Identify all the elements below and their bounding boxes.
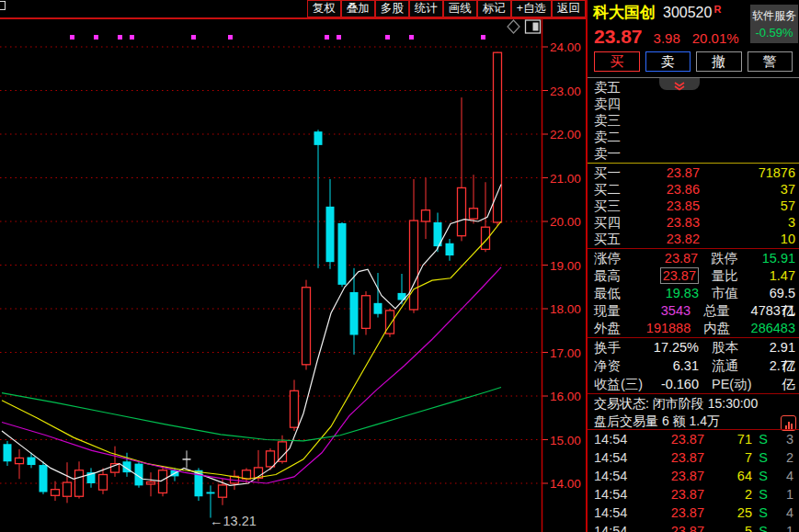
candle-body (63, 482, 72, 496)
price-change-percent: 20.01% (692, 30, 739, 46)
fundamental-value-text: -- (786, 377, 795, 391)
stat-value: 478371 (751, 302, 799, 320)
stat-value-text: 191888 (646, 321, 691, 335)
tick-time: 14:54 (594, 504, 638, 522)
stat-value: 1.47 (763, 267, 799, 285)
sell-level-label: 卖二 (594, 129, 634, 145)
signal-dot (409, 35, 414, 40)
stat-label: 最高 (594, 267, 651, 285)
fundamental-value-text: 17.25% (654, 340, 699, 355)
candle-body (16, 458, 24, 463)
signal-dot (94, 35, 98, 40)
stat-value-text: 286483 (751, 321, 795, 335)
sell-level-volume (729, 129, 799, 145)
stat-value-text: 23.87 (660, 267, 699, 284)
price-row: 23.87 3.98 20.01% (588, 26, 799, 50)
axis-label: 20.00 (550, 215, 581, 229)
stat-value: 23.87 (651, 250, 699, 267)
tick-time: 14:54 (594, 467, 638, 485)
tick-row: 14:5423.8764S4 (588, 467, 799, 485)
candle-body (159, 470, 167, 493)
buy-level[interactable]: 买四23.833 (588, 214, 799, 231)
tick-side: S (752, 485, 774, 504)
tick-row: 14:5423.8771S3 (588, 430, 799, 448)
buy-level-volume: 3 (729, 214, 799, 231)
axis-label: 19.00 (550, 259, 581, 273)
stat-value: 286483 (751, 320, 799, 337)
tick-volume: 5 (704, 522, 752, 532)
tick-side: S (752, 504, 774, 522)
signal-dot (70, 35, 74, 40)
tick-count: 4 (774, 504, 799, 522)
tick-count: 3 (774, 430, 799, 448)
tick-volume: 64 (704, 467, 752, 485)
fundamental-value: -- (763, 375, 799, 393)
ma-line-ma10 (2, 221, 501, 479)
sell-level-volume (729, 112, 799, 129)
axis-label: 24.00 (550, 40, 581, 54)
tick-row: 14:5423.877S2 (588, 448, 799, 467)
buy-level-label: 买五 (594, 231, 634, 247)
tick-row: 14:5423.8725S4 (588, 504, 799, 522)
candle-body (219, 485, 227, 497)
stock-name: 科大国创 (593, 2, 656, 23)
stat-value-text: 15.91 (762, 251, 795, 266)
buy-level[interactable]: 买一23.8771876 (588, 164, 799, 181)
sell-level[interactable]: 卖二 (588, 129, 799, 145)
stat-row: 涨停23.87跌停15.91 (588, 250, 799, 267)
cancel-button[interactable]: 撤 (696, 51, 742, 72)
stat-label: 涨停 (594, 250, 651, 267)
fundamental-row: 换手17.25%股本2.91亿 (588, 338, 799, 357)
candle-body (446, 243, 454, 255)
buy-level-volume: 71876 (729, 164, 799, 181)
stat-row: 现量3543总量478371 (588, 302, 799, 320)
buy-level[interactable]: 买三23.8557 (588, 198, 799, 214)
sector-name: 软件服务 (750, 8, 798, 24)
tick-count: 2 (774, 448, 799, 467)
tick-side: S (752, 430, 774, 448)
tick-count: 1 (774, 522, 799, 532)
sell-level[interactable]: 卖三 (588, 112, 799, 129)
candle-body (28, 458, 36, 466)
fundamental-label: 流通 (699, 357, 763, 375)
stat-row: 最高23.87量比1.47 (588, 267, 799, 285)
axis-label: 16.00 (550, 390, 581, 403)
buy-level[interactable]: 买五23.8210 (588, 231, 799, 247)
stat-label: 跌停 (698, 250, 762, 267)
signal-dot (385, 35, 390, 40)
candle-body (302, 288, 311, 365)
sell-level-label: 卖三 (594, 112, 634, 129)
tick-volume: 2 (704, 485, 752, 504)
candle-body (374, 303, 382, 314)
buy-level-label: 买二 (594, 181, 634, 198)
diamond-icon (508, 20, 519, 33)
sell-level[interactable]: 卖四 (588, 96, 799, 112)
alert-button[interactable]: 警 (748, 51, 793, 72)
sell-level-label: 卖五 (594, 79, 634, 96)
buy-level-label: 买一 (594, 164, 634, 181)
ma-line-ma60 (2, 388, 501, 441)
candle-body (267, 451, 275, 467)
low-price-annotation: ←13.21 (210, 514, 257, 528)
candle-body (147, 482, 155, 484)
fundamental-label: 净资 (594, 357, 651, 375)
axis-label: 17.00 (550, 346, 581, 360)
candle-body (350, 292, 359, 335)
buy-level[interactable]: 买二23.8637 (588, 181, 799, 198)
sell-level[interactable]: 卖五 (588, 79, 799, 96)
stat-row: 外盘191888内盘286483 (588, 320, 799, 337)
sell-button[interactable]: 卖 (645, 51, 691, 72)
sell-level-price (634, 79, 729, 96)
tick-time: 14:54 (594, 485, 638, 504)
candle-body (243, 470, 251, 480)
stat-value-text: 19.83 (666, 286, 699, 300)
buy-button[interactable]: 买 (594, 51, 640, 72)
stat-label: 总量 (691, 302, 751, 320)
signal-dot (118, 35, 122, 40)
stat-value-text: 478371 (751, 303, 795, 318)
kline-chart[interactable]: 24.0023.0022.0021.0020.0019.0018.0017.00… (0, 0, 586, 532)
buy-queue: 买一23.8771876买二23.8637买三23.8557买四23.833买五… (588, 164, 799, 247)
stat-label: 外盘 (594, 320, 646, 337)
sell-level[interactable]: 卖一 (588, 145, 799, 162)
sell-level-price (634, 129, 729, 145)
